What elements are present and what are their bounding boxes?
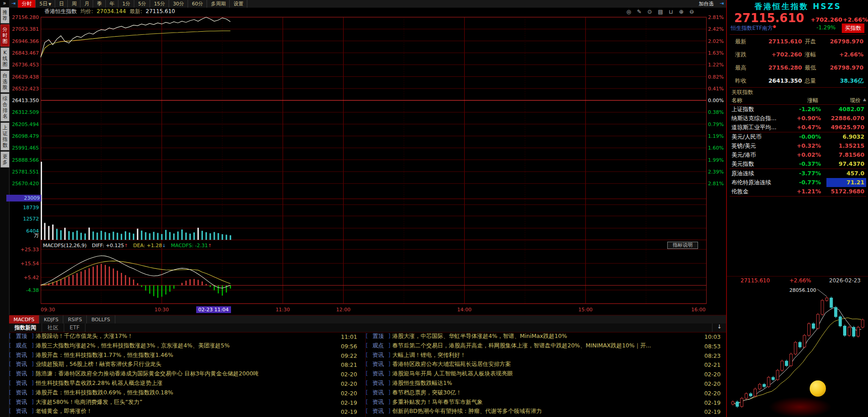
news-row[interactable]: [ 资讯 ] 港股恒生指数跌幅达1%02-20 xyxy=(366,380,726,389)
related-row-原油连续[interactable]: 原油连续-3.77%457.0 xyxy=(730,169,866,178)
bracket-close: ] xyxy=(387,398,392,405)
toolbar-button-日[interactable]: 日 xyxy=(55,0,68,8)
news-tab-ETF[interactable]: ETF xyxy=(64,323,85,332)
buy-index-button[interactable]: 买指数 xyxy=(842,23,864,33)
news-tag: 观点 xyxy=(373,342,384,349)
news-tag: 观点 xyxy=(16,342,27,349)
related-row-英镑/美元[interactable]: 英镑/美元+0.32%1.35215 xyxy=(730,141,866,150)
related-row-伦敦金[interactable]: 伦敦金+1.21%5172.9680 xyxy=(730,187,866,196)
news-tag: 资讯 xyxy=(16,408,27,414)
news-row[interactable]: [ 资讯 ] 老铺黄金，即将涨价！02-19 xyxy=(9,408,363,417)
related-row-美元/人民币[interactable]: 美元/人民币-0.00%6.9032 xyxy=(730,132,866,141)
jump-icon[interactable]: ⇥ xyxy=(9,0,18,8)
news-title: 多重补贴发力！马年春节车市新气象 xyxy=(392,398,483,405)
zoom-in-icon[interactable]: ⊕ xyxy=(679,9,684,15)
diff-arrow-icon: ↑ xyxy=(124,243,128,248)
news-row[interactable]: [ 资讯 ] 春节档总票房，突破30亿！02-20 xyxy=(366,389,726,398)
percent-axis-label: 0.82% xyxy=(708,74,726,80)
toolbar-button-季[interactable]: 季 xyxy=(93,0,106,8)
related-row-布伦特原油连续[interactable]: 布伦特原油连续-0.77%71.21 xyxy=(730,178,866,187)
news-row[interactable]: [ 资讯 ] 多重补贴发力！马年春节车市新气象02-19 xyxy=(366,398,726,408)
scroll-up-icon[interactable]: ▲ xyxy=(863,97,866,102)
news-row[interactable]: [ 资讯 ] 港股开盘：恒生科技指数跌0.69%，恒生指数跌0.18%02-20 xyxy=(9,389,363,398)
news-time: 02-20 xyxy=(704,390,721,397)
news-title: 陈浩濂：香港特区政府全力推动香港成为国际黄金交易中心 目标3年内黄金仓储超200… xyxy=(36,370,259,377)
news-tab-指数新闻[interactable]: 指数新闻 xyxy=(9,323,42,332)
indicator-tab-KDJFS[interactable]: KDJFS xyxy=(39,315,63,324)
news-row[interactable]: [ 资讯 ] 港股迎马年开局 人工智能与机器人板块表现亮眼02-20 xyxy=(366,370,726,380)
news-time: 02-20 xyxy=(341,371,357,378)
related-row-美元指数[interactable]: 美元指数-0.37%97.4370 xyxy=(730,159,866,169)
toolbar-button-多周期[interactable]: 多周期 xyxy=(207,0,230,8)
left-sidebar: » 推荐分时图K线图自选股综合排名上证指数更多 xyxy=(0,0,9,417)
sidebar-item-上证指数[interactable]: 上证指数 xyxy=(0,122,9,150)
news-row[interactable]: [ 置顶 ] 港股大涨，中芯国际、华虹半导体涨超4%，智谱、MiniMax跌超1… xyxy=(366,333,726,342)
toolbar-button-15分[interactable]: 15分 xyxy=(150,0,169,8)
toolbar-button-60分[interactable]: 60分 xyxy=(188,0,207,8)
toolbar-button-分时[interactable]: 分时 xyxy=(18,0,36,8)
news-row[interactable]: [ 资讯 ] 香港特区政府公布大埔宏福苑长远居住安排方案02-21 xyxy=(366,361,726,370)
settings-icon[interactable]: ◎ xyxy=(627,9,632,15)
news-row[interactable]: [ 资讯 ] 陈浩濂：香港特区政府全力推动香港成为国际黄金交易中心 目标3年内黄… xyxy=(9,370,363,380)
price-axis-label: 26312.509 xyxy=(9,109,39,115)
news-row[interactable]: [ 资讯 ] 业绩超预期，56股上榜！融资客潜伏多只行业龙头08:21 xyxy=(9,361,363,370)
toolbar-button-设置[interactable]: 设置 xyxy=(230,0,247,8)
sidebar-item-综合排名[interactable]: 综合排名 xyxy=(0,94,9,122)
news-row[interactable]: [ 观点 ] 港股三大指数均涨超2%，恒生科技指数涨超3%，京东涨超4%、美团涨… xyxy=(9,342,363,351)
kline-high-annotation: 28056.100 xyxy=(789,287,816,293)
news-row[interactable]: [ 资讯 ] 大涨超580%！电商消费爆发，巨头“发力”02-19 xyxy=(9,398,363,408)
related-price: 49625.970 xyxy=(831,124,864,131)
news-row[interactable]: [ 资讯 ] 港股开盘：恒生科技指数涨1.77%，恒生指数涨1.46%09:22 xyxy=(9,351,363,361)
related-row-纳斯达克综合指...[interactable]: 纳斯达克综合指...+0.90%22886.070 xyxy=(730,114,866,123)
toolbar-button-30分[interactable]: 30分 xyxy=(169,0,188,8)
news-tab-社区[interactable]: 社区 xyxy=(42,323,64,332)
news-row[interactable]: [ 资讯 ] 大幅上调！锂电，突传利好！08:23 xyxy=(366,351,726,361)
news-row[interactable]: [ 资讯 ] 创新药BD热潮今年有望持续：肿瘤、代谢等多个领域有潜力02-19 xyxy=(366,408,726,417)
news-row[interactable]: [ 资讯 ] 恒生科技指数早盘收跌2.28% 机器人概念逆势上涨02-20 xyxy=(9,380,363,389)
etf-name-link[interactable]: 恒生指数ETF南方 xyxy=(731,25,773,31)
percent-axis-label: 0.41% xyxy=(708,86,726,92)
sidebar-item-更多[interactable]: 更多 xyxy=(0,151,9,168)
zoom-out-icon[interactable]: ⊖ xyxy=(689,9,694,15)
indicator-tab-RSIFS[interactable]: RSIFS xyxy=(63,315,87,324)
news-time: 02-20 xyxy=(704,380,721,387)
toolbar-button-5日[interactable]: 5日▼ xyxy=(36,0,55,8)
news-row[interactable]: [ 置顶 ] 港股躁动！千亿市值龙头，大涨17%！11:01 xyxy=(9,333,363,342)
print-icon[interactable]: ▤ xyxy=(658,9,663,15)
related-row-道琼斯工业平均...[interactable]: 道琼斯工业平均...+0.47%49625.970 xyxy=(730,123,866,132)
sidebar-item-分时图[interactable]: 分时图 xyxy=(0,24,9,47)
related-price: 1.35215 xyxy=(839,142,864,149)
eye-icon[interactable]: ⊙ xyxy=(647,9,652,15)
indicator-tab-BOLLFS[interactable]: BOLLFS xyxy=(87,315,115,324)
collapse-icon[interactable]: » xyxy=(0,0,9,6)
bracket-open: [ xyxy=(366,333,370,339)
lock-icon[interactable]: ⊔ xyxy=(669,9,674,15)
add-watchlist-button[interactable]: 加自选 ⇥ xyxy=(695,0,726,8)
sidebar-item-推荐[interactable]: 推荐 xyxy=(0,7,9,23)
bracket-open: [ xyxy=(366,398,370,405)
news-title: 业绩超预期，56股上榜！融资客潜伏多只行业龙头 xyxy=(36,361,161,367)
bracket-open: [ xyxy=(366,342,370,349)
download-icon[interactable]: ↓ xyxy=(712,323,726,332)
news-tag: 资讯 xyxy=(16,389,27,396)
indicator-help-button[interactable]: 指标说明 xyxy=(667,242,698,249)
news-tag: 资讯 xyxy=(373,389,384,396)
toolbar-button-5分[interactable]: 5分 xyxy=(134,0,150,8)
related-group: 上证指数-1.26%4082.07纳斯达克综合指...+0.90%22886.0… xyxy=(730,104,866,132)
quote-label: 涨跌 xyxy=(735,51,746,59)
news-row[interactable]: [ 观点 ] 春节后第二个交易日，港股高开高走，科网股集体上涨，智谱盘中跌超20… xyxy=(366,342,726,351)
news-title: 春节后第二个交易日，港股高开高走，科网股集体上涨，智谱盘中跌超20%、MINIM… xyxy=(392,342,651,349)
indicator-tab-MACDFS[interactable]: MACDFS xyxy=(9,315,39,324)
floating-widget-ball[interactable] xyxy=(810,380,826,397)
toolbar-button-1分[interactable]: 1分 xyxy=(118,0,134,8)
percent-axis-label: 1.19% xyxy=(708,133,726,139)
toolbar-button-年[interactable]: 年 xyxy=(106,0,118,8)
related-row-美元/港币[interactable]: 美元/港币+0.02%7.81560 xyxy=(730,150,866,159)
percent-axis-label: 2.02% xyxy=(708,38,726,44)
related-row-上证指数[interactable]: 上证指数-1.26%4082.07 xyxy=(730,105,866,114)
sidebar-item-自选股[interactable]: 自选股 xyxy=(0,70,9,93)
draw-icon[interactable]: ✎ xyxy=(637,9,642,15)
toolbar-button-周[interactable]: 周 xyxy=(68,0,80,8)
toolbar-button-月[interactable]: 月 xyxy=(80,0,93,8)
sidebar-item-K线图[interactable]: K线图 xyxy=(0,47,9,70)
